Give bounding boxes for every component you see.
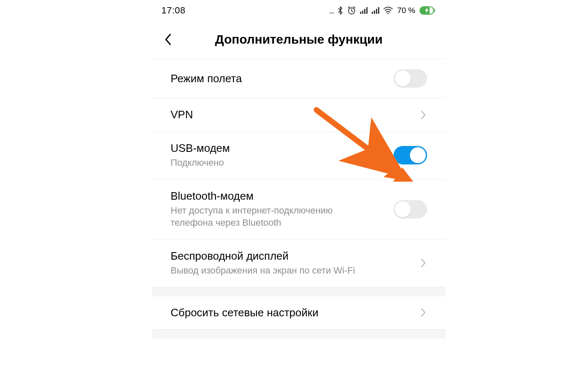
row-vpn[interactable]: VPN	[152, 98, 446, 132]
row-bluetooth-modem-subtitle: Нет доступа к интернет-подключению телеф…	[171, 204, 364, 229]
bluetooth-icon	[337, 6, 344, 15]
settings-list: Режим полета VPN USB-модем Подключено Bl…	[152, 59, 446, 339]
status-icons: ... 70 %	[329, 6, 436, 16]
row-vpn-title: VPN	[171, 108, 390, 121]
alarm-icon	[347, 6, 356, 15]
toggle-airplane-mode[interactable]	[394, 69, 427, 88]
row-wireless-display-subtitle: Вывод изображения на экран по сети Wi-Fi	[171, 264, 390, 277]
page-title: Дополнительные функции	[152, 32, 446, 47]
svg-rect-4	[366, 7, 368, 14]
chevron-right-icon	[420, 257, 427, 269]
row-usb-modem-title: USB-модем	[171, 142, 364, 155]
row-bluetooth-modem[interactable]: Bluetooth-модем Нет доступа к интернет-п…	[152, 180, 446, 240]
svg-rect-3	[364, 9, 365, 14]
back-button[interactable]	[160, 31, 176, 48]
row-reset-network-title: Сбросить сетевые настройки	[171, 306, 390, 319]
toggle-usb-modem[interactable]	[394, 146, 427, 164]
toggle-bluetooth-modem[interactable]	[394, 200, 427, 219]
status-bar: 17:08 ... 70 %	[152, 0, 446, 19]
chevron-right-icon	[420, 307, 427, 318]
chevron-right-icon	[420, 109, 427, 121]
svg-rect-6	[374, 10, 375, 14]
signal-icon-2	[371, 7, 380, 14]
row-usb-modem[interactable]: USB-модем Подключено	[152, 132, 446, 180]
svg-rect-5	[372, 12, 373, 14]
row-bluetooth-modem-title: Bluetooth-модем	[171, 190, 364, 203]
page-header: Дополнительные функции	[152, 19, 446, 59]
row-airplane-mode[interactable]: Режим полета	[152, 59, 446, 98]
wifi-icon	[383, 6, 393, 15]
chevron-left-icon	[164, 33, 172, 46]
section-gap	[152, 287, 446, 296]
row-usb-modem-subtitle: Подключено	[171, 156, 364, 169]
row-wireless-display-title: Беспроводной дисплей	[171, 250, 390, 263]
battery-percent: 70 %	[397, 6, 415, 15]
row-wireless-display[interactable]: Беспроводной дисплей Вывод изображения н…	[152, 240, 446, 287]
phone-frame: 17:08 ... 70 %	[152, 0, 446, 370]
row-reset-network[interactable]: Сбросить сетевые настройки	[152, 296, 446, 329]
row-airplane-mode-title: Режим полета	[171, 72, 364, 85]
svg-point-9	[387, 13, 389, 14]
more-dots-icon: ...	[329, 6, 334, 16]
battery-charging-icon	[420, 6, 436, 15]
signal-icon-1	[360, 7, 368, 14]
svg-rect-7	[376, 9, 377, 14]
section-gap-bottom	[152, 329, 446, 339]
svg-rect-1	[360, 12, 361, 14]
svg-rect-8	[378, 7, 379, 14]
svg-rect-2	[362, 10, 363, 14]
status-time: 17:08	[161, 5, 186, 16]
